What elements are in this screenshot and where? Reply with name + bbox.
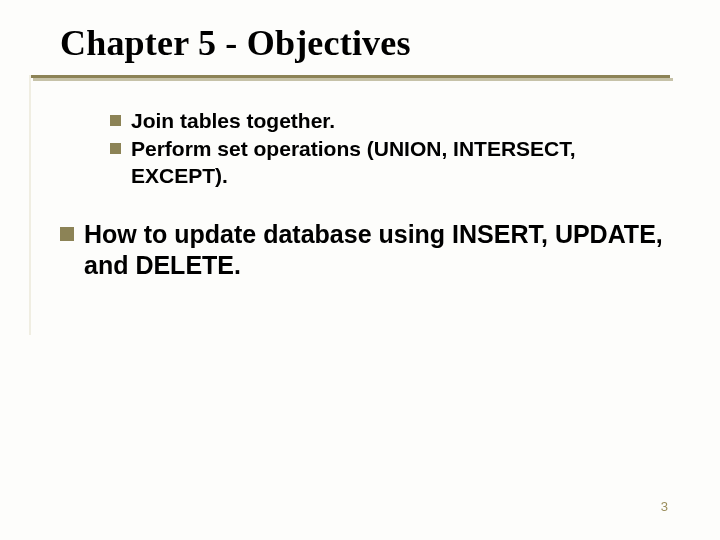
left-vertical-rule <box>29 75 31 335</box>
slide-title: Chapter 5 - Objectives <box>60 22 411 64</box>
list-item: Perform set operations (UNION, INTERSECT… <box>110 136 670 189</box>
bullet-text: Perform set operations (UNION, INTERSECT… <box>131 136 670 189</box>
square-bullet-icon <box>110 143 121 154</box>
spacer <box>60 191 670 219</box>
sub-bullet-list: Join tables together. Perform set operat… <box>110 108 670 189</box>
title-underline-shadow <box>33 78 673 81</box>
square-bullet-icon <box>110 115 121 126</box>
slide: Chapter 5 - Objectives Join tables toget… <box>0 0 720 540</box>
list-item: Join tables together. <box>110 108 670 134</box>
list-item: How to update database using INSERT, UPD… <box>60 219 670 282</box>
bullet-text: How to update database using INSERT, UPD… <box>84 219 670 282</box>
bullet-text: Join tables together. <box>131 108 335 134</box>
page-number: 3 <box>661 499 668 514</box>
slide-body: Join tables together. Perform set operat… <box>60 108 670 283</box>
square-bullet-icon <box>60 227 74 241</box>
